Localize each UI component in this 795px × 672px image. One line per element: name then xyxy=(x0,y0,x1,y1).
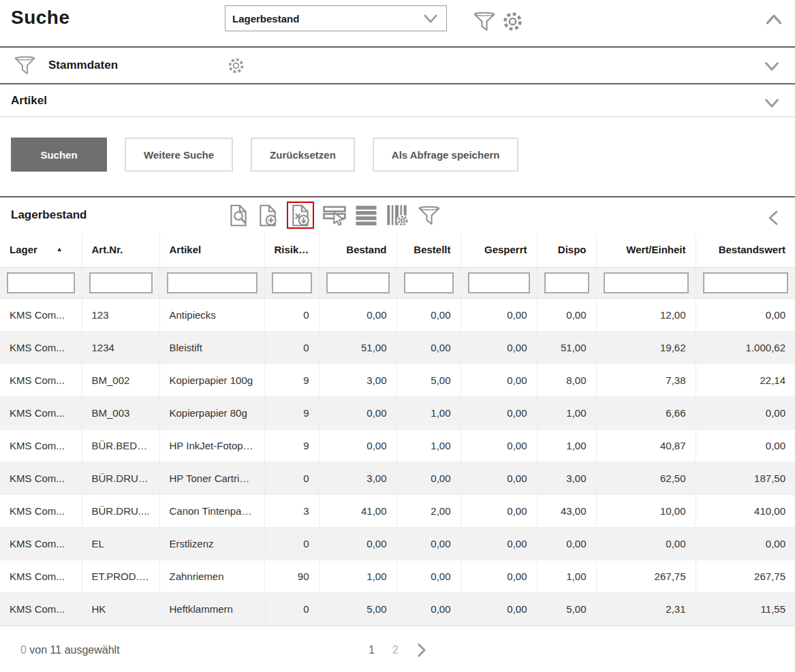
table-cell: 123 xyxy=(82,298,159,331)
filter-input-column-4[interactable] xyxy=(272,272,312,293)
filter-input-column-2[interactable] xyxy=(89,272,153,293)
column-settings-button[interactable] xyxy=(386,203,409,227)
filter-input-column-1[interactable] xyxy=(7,272,75,293)
table-cell: 3,00 xyxy=(537,462,596,494)
zuruecksetzen-button[interactable]: Zurücksetzen xyxy=(251,138,355,172)
settings-gear-icon[interactable] xyxy=(501,10,524,33)
column-header-2[interactable]: Art.Nr. xyxy=(82,233,159,267)
table-cell: 0,00 xyxy=(696,527,795,560)
table-row[interactable]: KMS Com...BÜR.DRU.4...HP Toner Cartridg.… xyxy=(0,462,795,494)
table-cell: KMS Com... xyxy=(0,396,82,429)
page-button-2[interactable]: 2 xyxy=(392,644,399,656)
table-cell: Zahnriemen xyxy=(159,560,264,592)
table-row[interactable]: KMS Com...1234Bleistift051,000,000,0051,… xyxy=(0,331,795,364)
excel-export-button[interactable] xyxy=(287,202,314,229)
table-cell: 0,00 xyxy=(396,331,461,364)
table-cell: HP InkJet-Fotopa... xyxy=(159,429,264,462)
table-cell: 0,00 xyxy=(461,429,537,462)
table-cell: KMS Com... xyxy=(0,592,82,625)
table-cell: 9 xyxy=(264,364,319,396)
row-density-button[interactable] xyxy=(355,203,377,227)
table-cell: Bleistift xyxy=(159,331,264,364)
artikel-label: Artikel xyxy=(11,94,47,108)
table-row[interactable]: KMS Com...HKHeftklammern05,000,000,005,0… xyxy=(0,592,795,625)
table-row[interactable]: KMS Com...ELErstlizenz00,000,000,000,000… xyxy=(0,527,795,560)
settings-gear-icon[interactable] xyxy=(227,57,245,75)
table-cell: 1,00 xyxy=(537,396,596,429)
table-cell: 41,00 xyxy=(319,494,396,527)
table-cell: BÜR.DRU.... xyxy=(82,494,159,527)
column-header-3[interactable]: Artikel xyxy=(159,233,264,267)
rows-icon xyxy=(355,205,377,225)
filter-input-column-5[interactable] xyxy=(326,272,390,293)
column-header-4[interactable]: Risiko... xyxy=(264,233,319,267)
stammdaten-section-header[interactable]: Stammdaten xyxy=(0,48,795,83)
filter-input-column-9[interactable] xyxy=(604,272,689,293)
filter-input-column-10[interactable] xyxy=(703,272,789,293)
column-header-1[interactable]: Lager▲ xyxy=(0,233,82,267)
column-header-9[interactable]: Wert/Einheit xyxy=(596,233,696,267)
column-header-6[interactable]: Bestellt xyxy=(396,233,461,267)
page-title: Suche xyxy=(11,7,70,29)
table-cell: 0,00 xyxy=(319,298,396,331)
column-header-7[interactable]: Gesperrt xyxy=(461,233,537,267)
page-button-1[interactable]: 1 xyxy=(369,644,375,656)
column-header-8[interactable]: Dispo xyxy=(537,233,596,267)
sort-ascending-icon: ▲ xyxy=(57,246,63,253)
table-row[interactable]: KMS Com...123Antipiecks00,000,000,000,00… xyxy=(0,298,795,331)
filter-input-column-8[interactable] xyxy=(544,272,589,293)
table-row[interactable]: KMS Com...BM_002Kopierpapier 100g93,005,… xyxy=(0,364,795,396)
table-cell: BM_002 xyxy=(82,364,159,396)
barcode-gear-icon xyxy=(386,204,409,227)
filter-results-button[interactable] xyxy=(418,203,441,227)
table-cell: KMS Com... xyxy=(0,298,82,331)
table-cell: 0,00 xyxy=(461,331,537,364)
table-row[interactable]: KMS Com...BÜR.BED.C...HP InkJet-Fotopa..… xyxy=(0,429,795,462)
next-page-chevron-right-icon[interactable] xyxy=(416,643,426,658)
als-abfrage-speichern-button[interactable]: Als Abfrage speichern xyxy=(373,138,519,172)
table-cell: 5,00 xyxy=(396,364,461,396)
filter-input-column-7[interactable] xyxy=(468,272,530,293)
table-cell: 0,00 xyxy=(461,560,537,592)
table-cell: 1,00 xyxy=(319,560,396,592)
column-header-5[interactable]: Bestand xyxy=(319,233,396,267)
collapse-results-chevron-left-icon[interactable] xyxy=(768,210,779,226)
results-toolbar xyxy=(228,197,441,233)
table-cell: 187,50 xyxy=(696,462,795,494)
table-cell: Antipiecks xyxy=(159,298,264,331)
table-cell: 40,87 xyxy=(596,429,696,462)
table-cell: 0,00 xyxy=(461,494,537,527)
table-cell: 0,00 xyxy=(396,527,461,560)
table-cell: Heftklammern xyxy=(159,592,264,625)
table-cell: BÜR.BED.C... xyxy=(82,429,159,462)
table-row[interactable]: KMS Com...BM_003Kopierpapier 80g90,001,0… xyxy=(0,396,795,429)
chevron-down-icon[interactable] xyxy=(764,98,780,108)
table-cell: 5,00 xyxy=(537,592,596,625)
filter-input-column-3[interactable] xyxy=(167,272,258,293)
table-row[interactable]: KMS Com...BÜR.DRU....Canon Tintenpatr...… xyxy=(0,494,795,527)
chevron-down-icon xyxy=(423,14,438,24)
add-document-button[interactable] xyxy=(258,203,278,227)
table-cell: 0 xyxy=(264,331,319,364)
table-cell: 11,55 xyxy=(696,592,795,625)
table-cell: 267,75 xyxy=(696,560,795,592)
filter-icon[interactable] xyxy=(473,11,496,32)
table-cell: EL xyxy=(82,527,159,560)
suchen-button[interactable]: Suchen xyxy=(11,138,107,172)
preview-document-button[interactable] xyxy=(228,203,249,227)
table-row[interactable]: KMS Com...ET.PROD.0...Zahnriemen901,000,… xyxy=(0,560,795,592)
table-cell: 0 xyxy=(264,298,319,331)
column-header-10[interactable]: Bestandswert xyxy=(696,233,795,267)
table-cell: 0,00 xyxy=(537,527,596,560)
view-select[interactable]: Lagerbestand xyxy=(225,5,447,31)
artikel-section-header[interactable]: Artikel xyxy=(0,84,795,117)
collapse-panel-chevron-up-icon[interactable] xyxy=(765,14,783,25)
table-cell: Canon Tintenpatr... xyxy=(159,494,264,527)
select-rows-button[interactable] xyxy=(323,203,346,227)
table-cell: KMS Com... xyxy=(0,364,82,396)
table-cell: 90 xyxy=(264,560,319,592)
weitere-suche-button[interactable]: Weitere Suche xyxy=(125,138,233,172)
table-cell: 1,00 xyxy=(537,560,596,592)
filter-input-column-6[interactable] xyxy=(404,272,454,293)
chevron-down-icon[interactable] xyxy=(764,61,780,71)
